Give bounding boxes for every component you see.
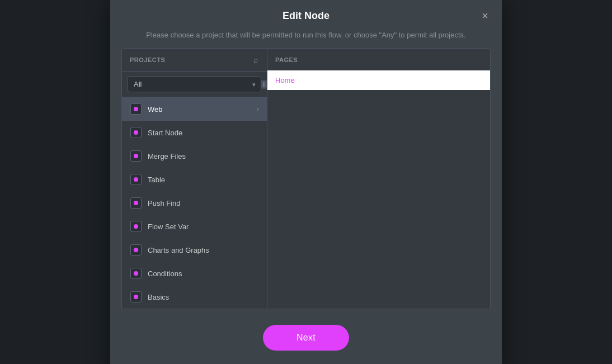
sidebar-item-label-flow-set-var: Flow Set Var	[148, 223, 259, 231]
projects-label: PROJECTS	[130, 56, 165, 63]
sidebar-item-label-push-find: Push Find	[148, 199, 259, 207]
node-icon-table	[130, 174, 142, 185]
close-button[interactable]: ×	[479, 8, 491, 23]
info-badge: i	[261, 80, 267, 88]
sidebar-item-label-start-node: Start Node	[148, 129, 259, 137]
pages-label: PAGES	[275, 56, 298, 63]
edit-node-modal: Edit Node × Please choose a project that…	[110, 0, 502, 364]
sidebar-item-label-table: Table	[148, 176, 259, 184]
node-icon-conditions	[130, 268, 142, 279]
projects-dropdown[interactable]: All Web Mobile	[128, 76, 261, 92]
node-icon-charts-and-graphs	[130, 244, 142, 256]
page-item-home[interactable]: Home	[267, 70, 490, 90]
modal-title: Edit Node	[283, 10, 329, 21]
pages-panel: PAGES Home	[267, 49, 490, 309]
node-icon-merge-files	[130, 150, 142, 162]
sidebar-item-label-basics: Basics	[148, 293, 259, 301]
content-area: PROJECTS ⌕ All Web Mobile ▾ i Web›Start …	[121, 48, 491, 309]
projects-panel: PROJECTS ⌕ All Web Mobile ▾ i Web›Start …	[122, 49, 267, 309]
search-button[interactable]: ⌕	[252, 54, 259, 65]
pages-list: Home	[267, 70, 490, 90]
sidebar-item-label-conditions: Conditions	[148, 270, 259, 278]
modal-footer: Next	[110, 325, 502, 351]
modal-description: Please choose a project that will be per…	[110, 31, 502, 48]
modal-header: Edit Node ×	[110, 0, 502, 31]
next-button[interactable]: Next	[263, 325, 349, 351]
sidebar-item-label-merge-files: Merge Files	[148, 152, 259, 160]
sidebar-item-web[interactable]: Web›	[122, 97, 267, 121]
projects-dropdown-container: All Web Mobile ▾ i	[122, 72, 267, 97]
node-icon-flow-set-var	[130, 221, 142, 232]
projects-list: Web›Start NodeMerge FilesTablePush FindF…	[122, 97, 267, 309]
node-icon-push-find	[130, 197, 142, 209]
sidebar-item-label-charts-and-graphs: Charts and Graphs	[148, 246, 259, 254]
sidebar-item-table[interactable]: Table	[122, 168, 267, 191]
sidebar-item-conditions[interactable]: Conditions	[122, 262, 267, 285]
chevron-right-icon: ›	[257, 105, 259, 113]
projects-panel-header: PROJECTS ⌕	[122, 49, 267, 72]
sidebar-item-merge-files[interactable]: Merge Files	[122, 144, 267, 168]
sidebar-item-charts-and-graphs[interactable]: Charts and Graphs	[122, 238, 267, 262]
sidebar-item-start-node[interactable]: Start Node	[122, 121, 267, 144]
node-icon-start-node	[130, 127, 142, 138]
node-icon-web	[130, 103, 142, 115]
modal-overlay: Edit Node × Please choose a project that…	[0, 0, 612, 364]
sidebar-item-flow-set-var[interactable]: Flow Set Var	[122, 215, 267, 238]
node-icon-basics	[130, 291, 142, 302]
sidebar-item-label-web: Web	[148, 105, 251, 114]
pages-panel-header: PAGES	[267, 49, 490, 70]
sidebar-item-basics[interactable]: Basics	[122, 285, 267, 309]
search-icon: ⌕	[253, 55, 258, 64]
sidebar-item-push-find[interactable]: Push Find	[122, 191, 267, 215]
